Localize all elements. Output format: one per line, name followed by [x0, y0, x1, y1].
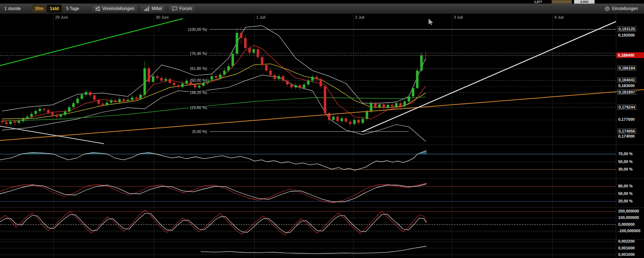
- top-strip: 1,077 0,500: [0, 0, 644, 4]
- green-trendline[interactable]: [0, 19, 183, 66]
- main-toolbar: 1 stunde 30m 1std 5 Tage Voreinstellunge…: [0, 4, 644, 14]
- sliders-icon: [95, 6, 100, 11]
- rsi-line-fill: [0, 150, 426, 154]
- white-descending-line[interactable]: [0, 126, 104, 144]
- cursor-marker: [429, 19, 433, 25]
- partial-order-button[interactable]: [552, 0, 572, 4]
- presets-button[interactable]: Voreinstellungen: [91, 5, 138, 13]
- timeframe-30m-button[interactable]: 30m: [32, 5, 46, 13]
- partial-price-value: 1,077: [534, 0, 542, 4]
- day-gridlines: [53, 14, 553, 258]
- ma-fast-red: [2, 45, 426, 121]
- atr-line: [201, 246, 426, 254]
- rsi-line: [0, 150, 426, 170]
- forum-button[interactable]: Forum: [168, 5, 196, 13]
- orange-trendline[interactable]: [0, 90, 644, 140]
- gear-icon: [605, 6, 610, 11]
- presets-label: Voreinstellungen: [102, 6, 134, 11]
- chart-canvas[interactable]: [0, 0, 644, 258]
- toolbar-separator: [86, 5, 87, 12]
- settings-button[interactable]: Einstellungen: [601, 5, 643, 13]
- overlays: [2, 25, 426, 141]
- toolbar-separator: [28, 5, 29, 12]
- indicators-label: Mittel: [152, 6, 162, 11]
- indicators-button[interactable]: Mittel: [140, 5, 166, 13]
- settings-label: Einstellungen: [612, 6, 638, 11]
- panel-separators: [0, 145, 644, 239]
- panel-cci: [0, 210, 426, 235]
- timeframe-dropdown[interactable]: 1 stunde: [0, 5, 25, 13]
- trading-platform-window: { "toolbar": { "timeframe": "1 stunde", …: [0, 0, 644, 258]
- forum-label: Forum: [180, 6, 192, 11]
- main-gridlines: [0, 36, 616, 137]
- panel-atr: [201, 246, 426, 254]
- panel-levels: [0, 154, 616, 255]
- speech-bubble-icon: [172, 6, 177, 11]
- timeframe-1std-button[interactable]: 1std: [47, 5, 62, 13]
- fibonacci-lines: [210, 29, 616, 132]
- panel-rsi: [0, 150, 426, 170]
- stoch-d-white: [0, 184, 426, 202]
- indicator-chart-icon: [144, 6, 149, 11]
- white-ascending-line[interactable]: [362, 22, 616, 132]
- timeframe-5tage-button[interactable]: 5 Tage: [62, 5, 84, 13]
- cursor-arrow-icon: [429, 19, 433, 25]
